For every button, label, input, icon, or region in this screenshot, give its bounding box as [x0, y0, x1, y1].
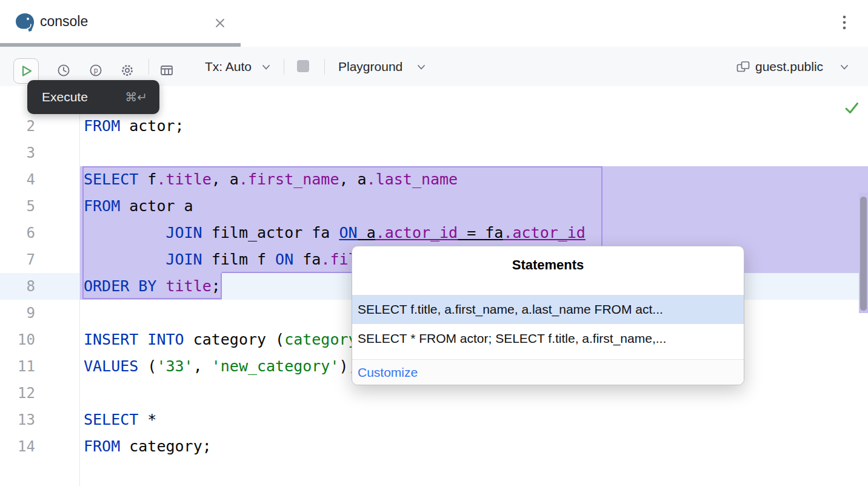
- settings-button[interactable]: [115, 58, 139, 83]
- customize-link[interactable]: Customize: [358, 360, 418, 385]
- clock-icon: [56, 63, 71, 78]
- editor-line-2[interactable]: 2FROM actor;: [0, 113, 868, 140]
- more-options-icon[interactable]: [836, 13, 852, 32]
- ide-window: console [PostgreSQL]: [0, 0, 868, 486]
- line-number[interactable]: 4: [0, 166, 35, 193]
- close-icon[interactable]: [215, 18, 225, 29]
- statement-item[interactable]: SELECT f.title, a.first_name, a.last_nam…: [352, 295, 744, 324]
- toolbar-separator: [149, 59, 149, 75]
- line-number[interactable]: 8: [0, 273, 35, 300]
- code-text: JOIN film_actor fa ON a.actor_id = fa.ac…: [84, 220, 586, 246]
- p-circle-icon: p: [88, 63, 103, 78]
- tab-title[interactable]: console [PostgreSQL]: [40, 0, 124, 43]
- editor-line-3[interactable]: 3: [0, 140, 868, 166]
- statement-item[interactable]: SELECT * FROM actor; SELECT f.title, a.f…: [352, 324, 744, 353]
- parameters-button[interactable]: p: [84, 58, 108, 83]
- code-text: ORDER BY title;: [84, 273, 221, 300]
- line-number[interactable]: 2: [0, 113, 35, 140]
- tab-bar: console [PostgreSQL]: [0, 0, 868, 47]
- statements-list: SELECT f.title, a.first_name, a.last_nam…: [352, 295, 744, 353]
- line-number[interactable]: 5: [0, 193, 35, 220]
- popup-title: Statements: [352, 257, 744, 273]
- code-text: SELECT *: [84, 407, 156, 433]
- stop-button[interactable]: [296, 59, 310, 73]
- schema-selector[interactable]: guest.public: [755, 47, 823, 86]
- postgresql-icon: [15, 12, 35, 33]
- line-number[interactable]: 12: [0, 380, 35, 407]
- session-selector[interactable]: Playground: [338, 47, 402, 86]
- chevron-down-icon[interactable]: [262, 63, 270, 71]
- statements-popup: Statements SELECT f.title, a.first_name,…: [352, 246, 744, 385]
- toolbar-separator: [324, 59, 325, 75]
- code-text: SELECT f.title, a.first_name, a.last_nam…: [84, 166, 458, 193]
- line-number[interactable]: 13: [0, 407, 35, 433]
- chevron-down-icon[interactable]: [417, 63, 426, 71]
- results-table-button[interactable]: [155, 58, 179, 83]
- code-text: FROM actor a: [84, 193, 193, 220]
- svg-text:p: p: [93, 66, 98, 75]
- editor-line-6[interactable]: 6 JOIN film_actor fa ON a.actor_id = fa.…: [0, 220, 868, 246]
- line-number[interactable]: 9: [0, 300, 35, 326]
- editor-line-5[interactable]: 5FROM actor a: [0, 193, 868, 220]
- gear-icon: [120, 63, 135, 78]
- tooltip-label: Execute: [42, 90, 88, 104]
- query-history-button[interactable]: [52, 58, 76, 83]
- tooltip-shortcut: ⌘↵: [125, 90, 147, 104]
- play-icon: [19, 64, 33, 78]
- chevron-down-icon[interactable]: [840, 63, 849, 71]
- line-number[interactable]: 14: [0, 433, 35, 460]
- inspections-check-icon[interactable]: [844, 100, 860, 116]
- line-number[interactable]: 11: [0, 353, 35, 380]
- table-icon: [159, 63, 174, 78]
- editor-line-14[interactable]: 14FROM category;: [0, 433, 868, 460]
- line-number[interactable]: 6: [0, 220, 35, 246]
- line-number[interactable]: 10: [0, 326, 35, 353]
- toolbar-separator: [284, 59, 284, 75]
- code-text: VALUES ('33', 'new_category');: [84, 353, 358, 380]
- editor-line-13[interactable]: 13SELECT *: [0, 407, 868, 433]
- execute-tooltip: Execute ⌘↵: [27, 80, 159, 114]
- popup-footer: Customize: [352, 360, 744, 385]
- editor-line-4[interactable]: 4SELECT f.title, a.first_name, a.last_na…: [0, 166, 868, 193]
- scrollbar-thumb[interactable]: [860, 197, 867, 311]
- code-text: FROM category;: [84, 433, 212, 460]
- line-number[interactable]: 3: [0, 140, 35, 166]
- line-number[interactable]: 7: [0, 246, 35, 273]
- schema-icon: [736, 59, 750, 74]
- tx-mode-selector[interactable]: Tx: Auto: [205, 47, 252, 86]
- code-text: FROM actor;: [84, 113, 184, 140]
